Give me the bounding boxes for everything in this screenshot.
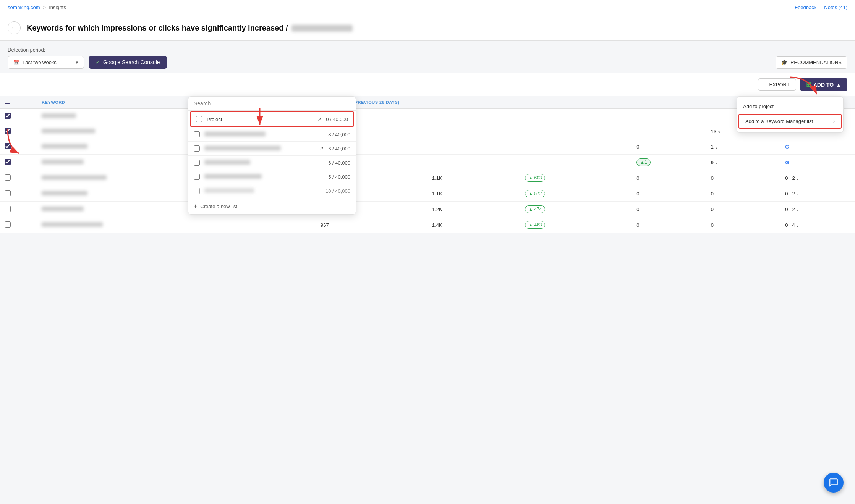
row-checkbox-cell[interactable] bbox=[0, 202, 37, 217]
breadcrumb-site[interactable]: seranking.com bbox=[8, 5, 40, 10]
table-wrapper: KEYWORD IMPRESSIONS (PREVIOUS 28 DAYS) A… bbox=[0, 96, 855, 233]
row-checkbox[interactable] bbox=[5, 113, 11, 119]
row-checkbox[interactable] bbox=[5, 128, 11, 134]
table-row: 1.8K ▲1 9 ∨ G bbox=[0, 155, 855, 170]
header-keyword[interactable]: KEYWORD bbox=[37, 96, 316, 109]
row-pos-change: 0 bbox=[706, 202, 781, 217]
row-keyword bbox=[37, 202, 316, 217]
header-impressions[interactable]: IMPRESSIONS (PREVIOUS 28 DAYS) bbox=[316, 96, 428, 109]
pos-badge: ▲1 bbox=[636, 158, 651, 166]
row-checkbox[interactable] bbox=[5, 190, 11, 196]
header-change bbox=[520, 96, 632, 109]
table-row: 286 13 ∨ G bbox=[0, 124, 855, 139]
recommendations-icon: 🎓 bbox=[781, 60, 787, 65]
row-checkbox[interactable] bbox=[5, 159, 11, 165]
row-ar: 0 2 ∨ bbox=[781, 186, 855, 202]
header-pos bbox=[632, 96, 706, 109]
date-picker-button[interactable]: 📅 Last two weeks ▾ bbox=[8, 56, 84, 69]
row-pos-change: 0 bbox=[706, 186, 781, 202]
row-checkbox-cell[interactable] bbox=[0, 124, 37, 139]
header-ar[interactable]: AR IGI bbox=[781, 96, 855, 109]
select-all-minus-icon bbox=[5, 103, 10, 104]
table-row: 2K bbox=[0, 109, 855, 124]
top-nav-links: Feedback Notes (41) bbox=[795, 5, 847, 10]
row-keyword bbox=[37, 170, 316, 186]
table-body: 2K 286 13 ∨ G bbox=[0, 109, 855, 233]
row-impressions: 709 bbox=[316, 202, 428, 217]
keyword-blur bbox=[42, 113, 76, 118]
gsc-button[interactable]: ✓ Google Search Console bbox=[89, 56, 167, 69]
row-clicks bbox=[428, 155, 520, 170]
keyword-blur bbox=[42, 207, 84, 211]
gsc-button-label: Google Search Console bbox=[103, 59, 160, 65]
g-icon: G bbox=[785, 160, 789, 165]
table-row: 559 1.1K ▲ 572 0 0 0 2 ∨ bbox=[0, 186, 855, 202]
row-pos: 0 bbox=[632, 186, 706, 202]
row-keyword bbox=[37, 124, 316, 139]
row-impressions: 286 bbox=[316, 124, 428, 139]
row-keyword bbox=[37, 109, 316, 124]
row-pos: 0 bbox=[632, 202, 706, 217]
controls-bar: Detection period: 📅 Last two weeks ▾ ✓ G… bbox=[0, 41, 855, 73]
check-icon: ✓ bbox=[96, 59, 100, 65]
notes-link[interactable]: Notes (41) bbox=[824, 5, 847, 10]
row-pos-change: 0 bbox=[706, 217, 781, 233]
row-pos: ▲1 bbox=[632, 155, 706, 170]
row-keyword bbox=[37, 155, 316, 170]
row-keyword bbox=[37, 217, 316, 233]
keyword-blur bbox=[42, 191, 87, 195]
export-label: EXPORT bbox=[769, 82, 790, 87]
row-pos: 0 bbox=[632, 170, 706, 186]
change-badge: ▲ 474 bbox=[525, 205, 545, 213]
row-impressions: 1.8K bbox=[316, 155, 428, 170]
add-to-button[interactable]: ⊞ ADD TO ▲ bbox=[800, 78, 847, 91]
row-checkbox[interactable] bbox=[5, 174, 11, 181]
row-checkbox-cell[interactable] bbox=[0, 170, 37, 186]
header-select-all[interactable] bbox=[0, 96, 37, 109]
feedback-link[interactable]: Feedback bbox=[795, 5, 816, 10]
table-row: 709 1.2K ▲ 474 0 0 0 2 ∨ bbox=[0, 202, 855, 217]
row-ar: 0 2 ∨ bbox=[781, 202, 855, 217]
row-checkbox-cell[interactable] bbox=[0, 139, 37, 155]
row-ar: 0 2 ∨ bbox=[781, 170, 855, 186]
page-title-blur bbox=[291, 25, 353, 32]
keyword-blur bbox=[42, 222, 103, 227]
row-checkbox-cell[interactable] bbox=[0, 109, 37, 124]
detection-period-label: Detection period: bbox=[8, 47, 847, 53]
row-checkbox[interactable] bbox=[5, 206, 11, 212]
row-pos-change: 9 ∨ bbox=[706, 155, 781, 170]
row-impressions: 205 bbox=[316, 139, 428, 155]
sort-chevron-icon: ∨ bbox=[796, 208, 799, 212]
row-checkbox[interactable] bbox=[5, 143, 11, 149]
sort-chevron-icon: ∨ bbox=[796, 223, 799, 228]
row-impressions: 455 bbox=[316, 170, 428, 186]
row-impressions: 967 bbox=[316, 217, 428, 233]
recommendations-label: RECOMMENDATIONS bbox=[790, 60, 842, 65]
row-pos-change: 0 bbox=[706, 170, 781, 186]
add-to-chevron-icon: ▲ bbox=[836, 82, 841, 88]
row-checkbox-cell[interactable] bbox=[0, 217, 37, 233]
row-checkbox-cell[interactable] bbox=[0, 186, 37, 202]
back-button[interactable]: ← bbox=[8, 21, 21, 34]
row-pos-change: 1 ∨ bbox=[706, 139, 781, 155]
controls-row: 📅 Last two weeks ▾ ✓ Google Search Conso… bbox=[8, 56, 847, 69]
table-header: KEYWORD IMPRESSIONS (PREVIOUS 28 DAYS) A… bbox=[0, 96, 855, 109]
action-row: ↑ EXPORT ⊞ ADD TO ▲ bbox=[0, 73, 855, 96]
keyword-blur bbox=[42, 160, 84, 164]
add-to-icon: ⊞ bbox=[806, 81, 811, 88]
row-change: ▲ 572 bbox=[520, 186, 632, 202]
row-change bbox=[520, 155, 632, 170]
header-clicks bbox=[428, 96, 520, 109]
sort-chevron-icon: ∨ bbox=[718, 130, 721, 134]
row-clicks: 1.2K bbox=[428, 202, 520, 217]
row-checkbox[interactable] bbox=[5, 221, 11, 228]
row-ar: G bbox=[781, 139, 855, 155]
export-button[interactable]: ↑ EXPORT bbox=[758, 78, 796, 91]
top-navigation: seranking.com > Insights Feedback Notes … bbox=[0, 0, 855, 15]
breadcrumb-section: Insights bbox=[49, 5, 66, 10]
keywords-table: KEYWORD IMPRESSIONS (PREVIOUS 28 DAYS) A… bbox=[0, 96, 855, 233]
add-to-label: ADD TO bbox=[813, 82, 834, 88]
row-checkbox-cell[interactable] bbox=[0, 155, 37, 170]
recommendations-button[interactable]: 🎓 RECOMMENDATIONS bbox=[776, 56, 847, 69]
row-ar bbox=[781, 109, 855, 124]
